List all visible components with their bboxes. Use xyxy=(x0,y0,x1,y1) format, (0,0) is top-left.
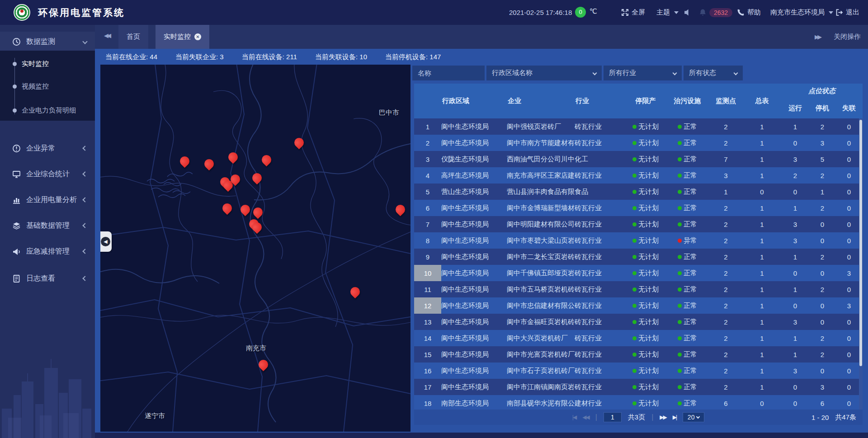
first-page-icon[interactable]: |◀ xyxy=(572,414,576,420)
last-page-icon[interactable]: ▶| xyxy=(673,414,676,420)
tab-home[interactable]: 首页 xyxy=(118,25,148,49)
theme-label: 主题 xyxy=(656,8,670,17)
tabs-scroll-left-icon[interactable]: ◀◀ xyxy=(104,32,111,39)
close-operations-button[interactable]: 关闭操作 xyxy=(834,33,861,41)
fullscreen-icon xyxy=(621,9,629,16)
chart-icon xyxy=(12,196,21,204)
table-row[interactable]: 3仪陇生态环境局西南油气田分公司川中化工无计划正常71350 xyxy=(414,151,863,167)
cell-index: 18 xyxy=(414,395,441,410)
region-select[interactable]: 行政区域名称 xyxy=(486,66,602,80)
cell-limit-production: 无计划 xyxy=(625,379,666,395)
theme-menu[interactable]: 主题 xyxy=(656,0,679,25)
sidebar-item-label: 数据监测 xyxy=(26,37,55,47)
col-index xyxy=(414,84,441,118)
name-search-input[interactable] xyxy=(412,66,485,80)
organization-menu[interactable]: 南充市生态环境局 xyxy=(770,0,833,25)
cell-stopped: 2 xyxy=(809,330,835,346)
cell-monitor-points: 2 xyxy=(709,249,743,265)
sidebar-subitem-realtime-monitor[interactable]: 实时监控 xyxy=(0,57,95,71)
cell-company: 阆中市南方节能建材有 xyxy=(507,135,575,151)
sidebar-item-enterprise-abnormal[interactable]: 企业异常 xyxy=(0,138,95,158)
page-size-select[interactable]: 20 xyxy=(683,412,704,422)
cell-offline: 0 xyxy=(835,232,863,249)
table-row[interactable]: 18南部生态环境局南部县砚华水泥有限公建材行业无计划正常60060 xyxy=(414,395,863,410)
sidebar-item-emergency-reduction[interactable]: 应急减排管理 xyxy=(0,241,95,261)
close-icon[interactable]: ✕ xyxy=(194,33,201,40)
sidebar-subitem-power-load-detail[interactable]: 企业电力负荷明细 xyxy=(0,104,95,117)
table-row[interactable]: 14阆中生态环境局阆中大兴页岩机砖厂砖瓦行业无计划正常21120 xyxy=(414,330,863,346)
cell-index: 1 xyxy=(414,118,441,135)
tab-realtime-monitor[interactable]: 实时监控✕ xyxy=(156,25,209,49)
cell-total-meters: 1 xyxy=(743,167,781,184)
table-row[interactable]: 15阆中生态环境局阆中市光富页岩机砖厂砖瓦行业无计划正常21120 xyxy=(414,346,863,363)
skyline-decoration xyxy=(0,341,95,438)
cell-total-meters: 1 xyxy=(743,297,781,314)
tab-bar: ◀◀ 首页实时监控✕ ▶▶ 关闭操作 xyxy=(95,25,868,49)
sidebar-item-label: 基础数据管理 xyxy=(26,221,70,231)
table-row[interactable]: 2阆中生态环境局阆中市南方节能建材有砖瓦行业无计划正常21030 xyxy=(414,135,863,151)
table-row[interactable]: 12阆中生态环境局阆中市忠信建材有限公砖瓦行业无计划正常21003 xyxy=(414,297,863,314)
sidebar-item-basic-data-management[interactable]: 基础数据管理 xyxy=(0,216,95,235)
temperature-badge: 0 xyxy=(575,7,586,18)
table-row[interactable]: 16阆中生态环境局阆中市石子页岩机砖厂砖瓦行业无计划正常21300 xyxy=(414,363,863,379)
cell-monitor-points: 3 xyxy=(709,167,743,184)
tabs-scroll-right-icon[interactable]: ▶▶ xyxy=(815,33,822,40)
notifications[interactable]: 2632 xyxy=(699,0,732,25)
cell-industry: 砖瓦行业 xyxy=(575,330,625,346)
table-scrollbar[interactable] xyxy=(859,118,863,410)
status-dot-green xyxy=(632,385,637,389)
table-row[interactable]: 17阆中生态环境局阆中市江南镇阆南页岩砖瓦行业无计划正常21030 xyxy=(414,379,863,395)
page-number-input[interactable] xyxy=(604,412,622,422)
sidebar-item-log-view[interactable]: 日志查看 xyxy=(0,268,95,288)
total-pages-label: 共3页 xyxy=(628,413,645,422)
cell-index: 15 xyxy=(414,346,441,363)
status-select[interactable]: 所有状态 xyxy=(684,66,743,80)
cell-offline: 0 xyxy=(835,167,863,184)
table-row[interactable]: 5营山生态环境局营山县润丰肉食品有限食品无计划正常10010 xyxy=(414,184,863,200)
help-button[interactable]: 帮助 xyxy=(737,0,761,25)
cell-limit-production: 无计划 xyxy=(625,346,666,363)
next-page-icon[interactable]: ▶▶ xyxy=(660,414,666,420)
table-row[interactable]: 10阆中生态环境局阆中千佛镇五郎垭页岩砖瓦行业无计划正常21003 xyxy=(414,265,863,281)
sidebar-item-power-usage-analysis[interactable]: 企业用电量分析 xyxy=(0,190,95,210)
sidebar-item-enterprise-statistics[interactable]: 企业综合统计 xyxy=(0,164,95,184)
cell-industry: 化工 xyxy=(575,151,625,167)
tab-label: 首页 xyxy=(127,33,140,41)
col-region: 行政区域 xyxy=(441,84,507,118)
cell-monitor-points: 2 xyxy=(709,379,743,395)
map-panel[interactable]: 巴中市南充市遂宁市 ◀ xyxy=(100,65,410,432)
megaphone-icon xyxy=(12,247,21,256)
sidebar-subitem-video-monitor[interactable]: 视频监控 xyxy=(0,80,95,93)
sidebar-item-label: 企业综合统计 xyxy=(26,170,70,179)
table-row[interactable]: 4高坪生态环境局南充市高坪区王家店建砖瓦行业无计划正常31220 xyxy=(414,167,863,184)
map-collapse-handle[interactable]: ◀ xyxy=(100,231,112,252)
table-row[interactable]: 8阆中生态环境局阆中市枣碧大梁山页岩砖瓦行业无计划异常21300 xyxy=(414,232,863,249)
table-row[interactable]: 9阆中生态环境局阆中市二龙长宝页岩砖砖瓦行业无计划正常21120 xyxy=(414,249,863,265)
cell-index: 11 xyxy=(414,281,441,297)
sidebar-item-data-monitoring[interactable]: 数据监测 xyxy=(0,32,95,52)
cell-total-meters: 1 xyxy=(743,151,781,167)
industry-select[interactable]: 所有行业 xyxy=(604,66,682,80)
cell-stopped: 2 xyxy=(809,118,835,135)
cell-monitor-points: 2 xyxy=(709,363,743,379)
prev-page-icon[interactable]: ◀◀ xyxy=(582,414,589,420)
cell-offline: 0 xyxy=(835,346,863,363)
table-row[interactable]: 1阆中生态环境局阆中强锐页岩砖厂砖瓦行业无计划正常21120 xyxy=(414,118,863,135)
table-row[interactable]: 13阆中生态环境局阆中市金福旺页岩机砖砖瓦行业无计划正常21300 xyxy=(414,314,863,330)
table-row[interactable]: 11阆中生态环境局阆中市五马桥页岩机砖砖瓦行业无计划正常21120 xyxy=(414,281,863,297)
logout-button[interactable]: 退出 xyxy=(835,0,859,25)
cell-limit-production: 无计划 xyxy=(625,184,666,200)
col-pollution-facility: 治污设施 xyxy=(666,84,709,118)
status-dot-green xyxy=(678,174,682,178)
cell-offline: 0 xyxy=(835,363,863,379)
table-row[interactable]: 6阆中生态环境局阆中市金博瑞新型墙材砖瓦行业无计划正常21120 xyxy=(414,200,863,216)
scrollbar-thumb[interactable] xyxy=(859,120,862,366)
fullscreen-button[interactable]: 全屏 xyxy=(621,0,645,25)
mute-button[interactable] xyxy=(684,0,691,25)
cell-total-meters: 1 xyxy=(743,330,781,346)
table-row[interactable]: 7阆中生态环境局阆中明阳建材有限公司砖瓦行业无计划正常21300 xyxy=(414,216,863,232)
col-total-meters: 总表 xyxy=(743,84,781,118)
cell-monitor-points: 2 xyxy=(709,216,743,232)
cell-offline: 0 xyxy=(835,151,863,167)
cell-region: 阆中生态环境局 xyxy=(441,330,507,346)
